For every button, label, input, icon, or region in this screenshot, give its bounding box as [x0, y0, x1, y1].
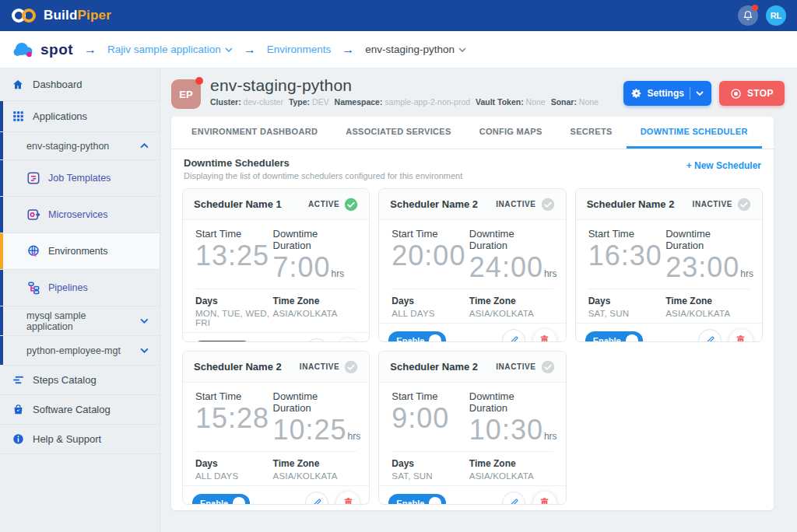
delete-scheduler-button[interactable] — [533, 492, 556, 505]
duration-unit: hrs — [740, 268, 753, 279]
environment-panel: ENVIRONMENT DASHBOARD ASSOCIATED SERVICE… — [171, 117, 774, 510]
chevron-down-icon — [140, 348, 149, 353]
grid-icon — [11, 110, 25, 124]
enable-disable-toggle[interactable]: Enable — [192, 494, 250, 505]
delete-scheduler-button[interactable] — [336, 492, 360, 505]
sidebar-item-pipelines[interactable]: Pipelines — [0, 270, 160, 306]
status-badge: INACTIVE — [693, 198, 751, 212]
chevron-down-icon — [140, 318, 149, 324]
settings-button[interactable]: Settings — [623, 81, 711, 106]
timezone-value: ASIA/KOLKATA — [469, 309, 553, 318]
start-time-label: Start Time — [195, 228, 273, 240]
divider — [391, 289, 553, 289]
breadcrumb-environments[interactable]: Environments — [267, 44, 332, 55]
new-scheduler-button[interactable]: + New Scheduler — [686, 160, 761, 171]
sidebar-item-label: Microservices — [48, 209, 107, 220]
environment-badge: EP — [171, 79, 201, 109]
days-value: ALL DAYS — [195, 471, 273, 481]
scheduler-card-body: Start Time 15:28 Downtime Duration 10:25… — [183, 383, 369, 485]
delete-scheduler-button[interactable] — [533, 329, 556, 342]
sidebar-item-applications[interactable]: Applications — [0, 101, 160, 132]
scheduler-card: Scheduler Name 2 INACTIVE Start Time 20:… — [378, 188, 566, 342]
enable-disable-toggle[interactable]: Enable — [388, 494, 446, 505]
duration-unit: hrs — [544, 268, 557, 279]
enable-disable-toggle[interactable]: Disable — [192, 341, 252, 342]
stop-icon — [730, 88, 742, 100]
delete-scheduler-button[interactable] — [336, 338, 360, 342]
notifications-button[interactable] — [738, 5, 758, 26]
sidebar-item-label: Software Catalog — [33, 404, 111, 415]
scheduler-card-header: Scheduler Name 2 INACTIVE — [183, 352, 369, 383]
tab-secrets[interactable]: SECRETS — [556, 117, 627, 149]
trash-icon — [539, 498, 549, 505]
scheduler-name: Scheduler Name 1 — [194, 198, 282, 210]
page-title: env-staging-python — [210, 76, 602, 95]
delete-scheduler-button[interactable] — [729, 329, 753, 342]
sidebar-item-job-templates[interactable]: Job Templates — [0, 160, 160, 197]
buildpiper-logo[interactable]: BuildPiper — [11, 8, 111, 23]
edit-scheduler-button[interactable] — [502, 492, 525, 505]
trash-icon — [343, 498, 353, 505]
pipelines-icon — [26, 281, 40, 295]
breadcrumb-current-env[interactable]: env-staging-python — [365, 44, 466, 55]
sidebar-item-label: Pipelines — [48, 282, 88, 293]
chevron-down-icon — [225, 47, 233, 52]
trash-icon — [736, 335, 746, 342]
pencil-icon — [508, 335, 519, 342]
tab-associated-services[interactable]: ASSOCIATED SERVICES — [332, 117, 465, 149]
toggle-knob — [429, 497, 441, 505]
divider — [195, 289, 356, 289]
brand-text: BuildPiper — [44, 8, 111, 23]
tab-config-maps[interactable]: CONFIG MAPS — [465, 117, 556, 149]
sidebar-item-dashboard[interactable]: Dashboard — [0, 68, 160, 101]
sidebar-item-microservices[interactable]: Microservices — [0, 197, 160, 233]
tab-downtime-scheduler[interactable]: DOWNTIME SCHEDULER — [627, 117, 762, 149]
notification-dot — [752, 5, 758, 11]
start-time-label: Start Time — [588, 228, 666, 240]
pencil-icon — [508, 498, 519, 505]
breadcrumb-arrow-icon: → — [84, 43, 97, 57]
edit-scheduler-button[interactable] — [305, 492, 328, 505]
sidebar-item-software-catalog[interactable]: Software Catalog — [0, 395, 160, 425]
sidebar-group-mysql-sample-application[interactable]: mysql sample application — [0, 306, 160, 336]
scheduler-card-footer: Enable — [379, 323, 565, 342]
edit-scheduler-button[interactable] — [698, 329, 722, 342]
user-avatar[interactable]: RL — [766, 5, 786, 26]
stop-button[interactable]: STOP — [719, 81, 785, 106]
sidebar-group-env-staging-python[interactable]: env-staging-python — [0, 132, 160, 160]
toggle-knob — [429, 334, 441, 342]
check-circle-icon — [541, 360, 555, 374]
breadcrumb-application[interactable]: Rajiv sample application — [107, 44, 233, 55]
group-label: mysql sample application — [26, 310, 132, 332]
timezone-label: Time Zone — [469, 296, 553, 306]
sidebar-group-python-employee-mgt[interactable]: python-employee-mgt — [0, 336, 160, 366]
breadcrumb-arrow-icon: → — [244, 43, 256, 57]
stop-label: STOP — [747, 88, 774, 99]
tab-environment-dashboard[interactable]: ENVIRONMENT DASHBOARD — [177, 117, 332, 149]
spot-logo[interactable]: spot — [12, 41, 73, 58]
main-content: EP env-staging-python Cluster: dev-clust… — [160, 68, 797, 532]
chevron-up-icon — [140, 143, 149, 149]
applications-section: Applications env-staging-python Job Temp… — [0, 101, 160, 366]
section-header: Downtime Schedulers Displaying the list … — [171, 149, 774, 187]
days-label: Days — [391, 296, 469, 306]
enable-disable-toggle[interactable]: Enable — [585, 331, 643, 342]
gear-icon — [631, 88, 642, 99]
enable-disable-toggle[interactable]: Enable — [388, 331, 446, 342]
start-time-value: 9:00 — [391, 404, 449, 433]
scheduler-card-footer: Disable — [183, 332, 369, 342]
duration-unit: hrs — [332, 268, 345, 279]
sidebar-item-help-support[interactable]: Help & Support — [0, 425, 160, 454]
scheduler-card-footer: Enable — [576, 323, 762, 342]
toggle-label: Enable — [396, 499, 424, 505]
start-time-label: Start Time — [195, 390, 273, 402]
toggle-label: Enable — [200, 499, 228, 505]
edit-scheduler-button[interactable] — [502, 329, 525, 342]
sidebar-item-steps-catalog[interactable]: Steps Catalog — [0, 366, 160, 395]
scheduler-card: Scheduler Name 2 INACTIVE Start Time 16:… — [575, 188, 763, 342]
sidebar-item-label: Help & Support — [33, 433, 101, 445]
sidebar-item-environments[interactable]: Environments — [0, 233, 160, 270]
edit-scheduler-button[interactable] — [305, 338, 328, 342]
scheduler-grid: Scheduler Name 1 ACTIVE Start Time 13:25… — [171, 187, 774, 516]
software-catalog-icon — [11, 403, 25, 417]
